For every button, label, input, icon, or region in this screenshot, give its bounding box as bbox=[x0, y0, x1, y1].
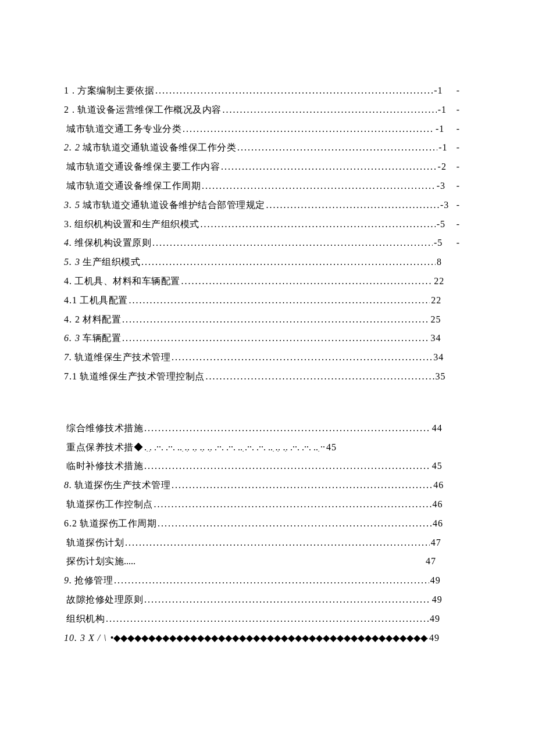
toc-entry-page: 49 bbox=[430, 571, 441, 590]
toc-row: 4. 维保机构设置原则 ............................… bbox=[64, 234, 459, 253]
toc-entry-title: 城市轨道交通轨道设备维保工作分类 bbox=[83, 138, 236, 157]
toc-entry-title: 车辆配置 bbox=[83, 329, 121, 348]
toc-leader-dots: ........................................… bbox=[221, 157, 437, 177]
toc-entry-title: 轨道维保生产技术管理 bbox=[74, 348, 170, 367]
toc-leader-dots: ........................................… bbox=[206, 367, 434, 386]
toc-entry-title: 故隙抢修处理原则 bbox=[66, 590, 143, 610]
toc-leader-dots: ........................................… bbox=[144, 590, 431, 610]
toc-leader-dots: ........................................… bbox=[122, 329, 430, 348]
toc-entry-title: 工机具配置 bbox=[80, 291, 128, 310]
toc-entry-page: -5 bbox=[434, 234, 443, 253]
toc-entry-title: 轨道探伤生产技术管理 bbox=[74, 476, 170, 495]
toc-entry-number: 5. 3 bbox=[64, 253, 80, 272]
toc-entry-page: 22 bbox=[434, 272, 444, 291]
toc-leader-dots: ........................................… bbox=[154, 495, 431, 514]
toc-leader-mixed: ִ. ִ. .··. .··. .ִ. .ִ. .ִ. .ִ. .ִ. .··.… bbox=[144, 438, 325, 457]
toc-row: 10. 3 X / \•◆◆◆◆◆◆◆◆◆◆◆◆◆◆◆◆◆◆◆◆◆◆◆◆◆◆◆◆… bbox=[64, 629, 459, 648]
toc-gap bbox=[64, 386, 459, 419]
toc-entry-title: 城市轨道交通工务专业分类 bbox=[66, 120, 181, 139]
toc-leader-dots: ........................................… bbox=[125, 533, 430, 553]
toc-entry-page: -1 bbox=[438, 101, 447, 120]
toc-leader-dots: ........................................… bbox=[201, 215, 436, 234]
toc-entry-number: 3. 5 bbox=[64, 196, 80, 215]
toc-row: 城市轨道交通设备维保主要工作内容........................… bbox=[64, 157, 459, 177]
toc-leader-dots: ........................................… bbox=[181, 272, 433, 291]
toc-leader-short: ..... bbox=[124, 552, 135, 571]
toc-row: 3.组织机构设置和生产组织模式.........................… bbox=[64, 215, 459, 234]
toc-row: 8. 轨道探伤生产技术管理 ..........................… bbox=[64, 476, 459, 495]
toc-row: 故隙抢修处理原则 ...............................… bbox=[64, 590, 459, 610]
toc-entry-number: 4. bbox=[64, 234, 72, 253]
toc-entry-page: 49 bbox=[429, 629, 440, 648]
toc-entry-title: 重点保养技术措◆ bbox=[66, 438, 143, 457]
toc-entry-page: 46 bbox=[433, 476, 444, 495]
toc-entry-number: 6. 3 bbox=[64, 329, 80, 348]
toc-entry-number: 8. bbox=[64, 476, 72, 495]
toc-entry-number: 4.1 bbox=[64, 291, 77, 310]
toc-row: 轨道探伤计划 .................................… bbox=[64, 533, 459, 553]
toc-entry-page: -5 bbox=[437, 215, 445, 234]
toc-entry-suffix: - bbox=[447, 101, 459, 120]
toc-leader-diamond: •◆◆◆◆◆◆◆◆◆◆◆◆◆◆◆◆◆◆◆◆◆◆◆◆◆◆◆◆◆◆◆◆◆◆◆◆◆◆◆… bbox=[110, 629, 428, 648]
toc-entry-title: 生产组织模式 bbox=[83, 253, 140, 272]
toc-row: 4.1 工机具配置 ..............................… bbox=[64, 291, 459, 310]
toc-entry-number: 3. bbox=[64, 215, 72, 234]
toc-row: 探伤计划实施.....47 bbox=[64, 552, 459, 571]
toc-entry-suffix: - bbox=[443, 234, 459, 253]
toc-row: 4.工机具、材料和车辆配置 ..........................… bbox=[64, 272, 459, 291]
toc-entry-title: 轨道设备运营维保工作概况及内容 bbox=[77, 101, 222, 120]
toc-entry-page: 49 bbox=[432, 590, 443, 610]
toc-entry-title: 轨道探伤计划 bbox=[66, 533, 124, 553]
toc-entry-number: 4. bbox=[64, 272, 72, 291]
toc-entry-title: 组织机构设置和生产组织模式 bbox=[74, 215, 199, 234]
toc-entry-page: 46 bbox=[433, 514, 443, 533]
toc-entry-page: 22 bbox=[431, 291, 441, 310]
toc-row: 7. 轨道维保生产技术管理 ..........................… bbox=[64, 348, 459, 367]
toc-leader-dots: ........................................… bbox=[158, 514, 431, 533]
toc-leader-dots: ........................................… bbox=[144, 457, 431, 476]
toc-entry-page: 49 bbox=[430, 610, 440, 629]
toc-entry-number: 9. bbox=[64, 571, 72, 590]
toc-entry-page: 44 bbox=[432, 419, 443, 438]
toc-entry-number: 2. 2 bbox=[64, 138, 80, 157]
toc-entry-page: 8 bbox=[437, 253, 442, 272]
toc-row: 9. 抢修管理 ................................… bbox=[64, 571, 459, 590]
toc-leader-dots: ........................................… bbox=[129, 291, 430, 310]
toc-leader-dots: ........................................… bbox=[183, 120, 434, 139]
toc-row: 重点保养技术措◆ִ. ִ. .··. .··. .ִ. .ִ. .ִ. .ִ. … bbox=[64, 438, 459, 457]
toc-leader-dots: ........................................… bbox=[172, 476, 432, 495]
toc-row: 1 .方案编制主要依据.............................… bbox=[64, 81, 459, 101]
toc-entry-number: 4. 2 bbox=[64, 310, 80, 329]
toc-row: 4. 2材料配置 ...............................… bbox=[64, 310, 459, 329]
toc-entry-suffix: - bbox=[443, 81, 459, 101]
toc-entry-number: 1 . bbox=[64, 81, 75, 101]
toc-entry-suffix: - bbox=[448, 138, 459, 157]
toc-entry-number: 2 . bbox=[64, 101, 75, 120]
toc-row: 3. 5城市轨道交通轨道设备维护结合部管理规定 ................… bbox=[64, 196, 459, 215]
toc-entry-page: -1 bbox=[434, 81, 443, 101]
toc-leader-dots: ........................................… bbox=[106, 610, 429, 629]
toc-entry-number: 7.1 bbox=[64, 367, 77, 386]
toc-entry-suffix: - bbox=[445, 215, 459, 234]
toc-leader-dots: ........................................… bbox=[237, 138, 437, 157]
toc-row: 组织机构 ...................................… bbox=[64, 610, 459, 629]
toc-entry-number: 7. bbox=[64, 348, 72, 367]
toc-entry-title: 工机具、材料和车辆配置 bbox=[74, 272, 180, 291]
toc-entry-title: 轨道探伤工作控制点 bbox=[66, 495, 153, 514]
toc-row: 2. 2城市轨道交通轨道设备维保工作分类 ...................… bbox=[64, 138, 459, 157]
toc-entry-title: 材料配置 bbox=[83, 310, 121, 329]
toc-entry-page: 47 bbox=[426, 552, 436, 571]
toc-entry-title: 抢修管理 bbox=[74, 571, 113, 590]
toc-entry-page: 45 bbox=[326, 438, 337, 457]
toc-leader-dots: ........................................… bbox=[266, 196, 439, 215]
toc-row: 6. 3车辆配置 ...............................… bbox=[64, 329, 459, 348]
toc-entry-page: -1 bbox=[438, 138, 447, 157]
toc-entry-page: -3 bbox=[440, 196, 449, 215]
toc-entry-page: 35 bbox=[436, 367, 446, 386]
toc-entry-title: 城市轨道交通轨道设备维护结合部管理规定 bbox=[83, 196, 265, 215]
toc-leader-dots: ........................................… bbox=[202, 177, 436, 196]
toc-entry-title: 轨道维保生产技术管理控制点 bbox=[80, 367, 205, 386]
toc-row: 临时补修技术措施 ...............................… bbox=[64, 457, 459, 476]
toc-row: 7.1 轨道维保生产技术管理控制点 ......................… bbox=[64, 367, 459, 386]
toc-entry-title: 城市轨道交通设备维保工作周期 bbox=[66, 177, 201, 196]
